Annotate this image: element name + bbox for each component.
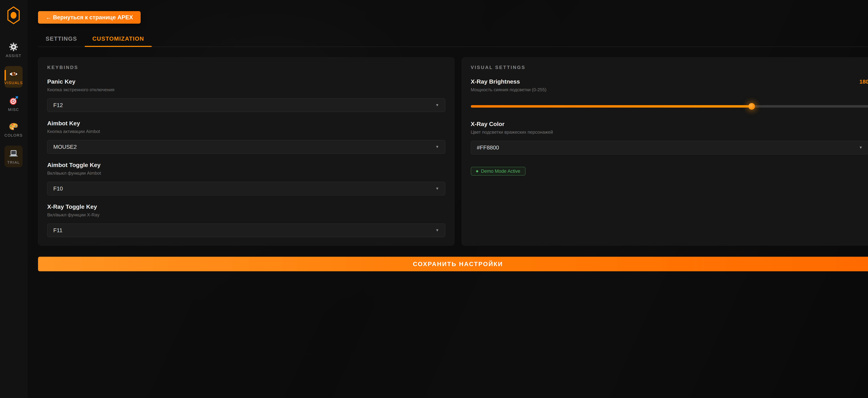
field-description: Кнопка активации Aimbot: [47, 129, 445, 134]
sidebar-item-trial[interactable]: TRIAL: [4, 146, 23, 167]
demo-mode-badge: Demo Mode Active: [471, 167, 526, 175]
aimbot-key-select[interactable]: MOUSE2 ▼: [47, 140, 445, 154]
field-label: Panic Key: [47, 78, 445, 85]
select-value: F10: [53, 186, 63, 192]
chevron-down-icon: ▼: [435, 103, 439, 107]
back-button[interactable]: ← Вернуться к странице APEX: [38, 11, 141, 24]
panels-row: KEYBINDS Panic Key Кнопка экстренного от…: [38, 57, 868, 246]
field-label: X-Ray Toggle Key: [47, 203, 445, 210]
aimbot-key-field: Aimbot Key Кнопка активации Aimbot MOUSE…: [47, 120, 445, 154]
sidebar-item-label: TRIAL: [7, 160, 20, 165]
slider-thumb[interactable]: [748, 103, 755, 110]
save-settings-button[interactable]: СОХРАНИТЬ НАСТРОЙКИ: [38, 257, 868, 271]
xray-color-select[interactable]: #FF8800 ▼: [471, 141, 868, 154]
tab-customization[interactable]: CUSTOMIZATION: [85, 32, 152, 47]
brightness-slider[interactable]: [471, 103, 868, 110]
chevron-down-icon: ▼: [435, 228, 439, 232]
sidebar-item-misc[interactable]: MISC: [3, 94, 24, 113]
chevron-down-icon: ▼: [859, 145, 863, 150]
slider-fill: [471, 105, 752, 108]
select-value: MOUSE2: [53, 144, 77, 150]
select-value: #FF8800: [477, 144, 499, 151]
aimbot-toggle-key-field: Aimbot Toggle Key Вкл/выкл функции Aimbo…: [47, 162, 445, 195]
gear-icon: [9, 42, 18, 52]
active-indicator-bar: [4, 70, 6, 81]
xray-brightness-field: X-Ray Brightness 180 Мощность сияния под…: [471, 78, 868, 110]
app-logo[interactable]: [5, 6, 22, 24]
tab-bar: SETTINGS CUSTOMIZATION: [38, 32, 868, 47]
select-value: F12: [53, 102, 63, 109]
chevron-down-icon: ▼: [435, 186, 439, 191]
field-label: Aimbot Key: [47, 120, 445, 127]
sidebar-item-visuals[interactable]: VISUALS: [4, 66, 23, 88]
xray-toggle-key-select[interactable]: F11 ▼: [47, 224, 445, 237]
status-dot-icon: [476, 170, 478, 172]
sidebar-item-label: MISC: [8, 107, 19, 112]
main-content: ← Вернуться к странице APEX SETTINGS CUS…: [27, 0, 868, 398]
app-root: ASSIST VISUALS: [0, 0, 868, 398]
field-description: Кнопка экстренного отключения: [47, 87, 445, 92]
laptop-icon: [9, 149, 19, 159]
field-description: Цвет подсветки вражеских персонажей: [471, 130, 868, 135]
xray-toggle-key-field: X-Ray Toggle Key Вкл/выкл функции X-Ray …: [47, 203, 445, 237]
demo-mode-badge-label: Demo Mode Active: [481, 169, 521, 174]
keybinds-panel: KEYBINDS Panic Key Кнопка экстренного от…: [38, 57, 455, 246]
aimbot-toggle-key-select[interactable]: F10 ▼: [47, 182, 445, 195]
sidebar-item-assist[interactable]: ASSIST: [3, 40, 24, 59]
field-label: X-Ray Color: [471, 121, 868, 127]
field-description: Вкл/выкл функции X-Ray: [47, 212, 445, 218]
select-value: F11: [53, 227, 62, 234]
sidebar-item-colors[interactable]: COLORS: [3, 120, 24, 139]
sidebar-item-label: VISUALS: [4, 81, 23, 85]
visual-settings-panel-title: VISUAL SETTINGS: [471, 65, 868, 70]
xray-color-field: X-Ray Color Цвет подсветки вражеских пер…: [471, 121, 868, 154]
panic-key-select[interactable]: F12 ▼: [47, 98, 445, 112]
tab-settings[interactable]: SETTINGS: [38, 32, 85, 47]
field-label: X-Ray Brightness: [471, 78, 520, 85]
sidebar-item-label: COLORS: [4, 133, 23, 138]
palette-icon: [9, 122, 19, 132]
panic-key-field: Panic Key Кнопка экстренного отключения …: [47, 78, 445, 112]
field-description: Вкл/выкл функции Aimbot: [47, 170, 445, 176]
slider-track[interactable]: [471, 105, 868, 108]
field-description: Мощность сияния подсветки (0-255): [471, 87, 868, 92]
chevron-down-icon: ▼: [435, 145, 439, 149]
brightness-value: 180: [860, 79, 868, 85]
visual-settings-panel: VISUAL SETTINGS X-Ray Brightness 180 Мощ…: [462, 57, 868, 246]
target-icon: [9, 96, 18, 106]
eye-icon: [9, 69, 19, 79]
hexagon-logo-icon: [6, 6, 21, 24]
field-label: Aimbot Toggle Key: [47, 162, 445, 168]
sidebar-nav: ASSIST VISUALS: [0, 40, 27, 167]
sidebar: ASSIST VISUALS: [0, 0, 27, 398]
keybinds-panel-title: KEYBINDS: [47, 65, 445, 70]
sidebar-item-label: ASSIST: [6, 54, 21, 58]
